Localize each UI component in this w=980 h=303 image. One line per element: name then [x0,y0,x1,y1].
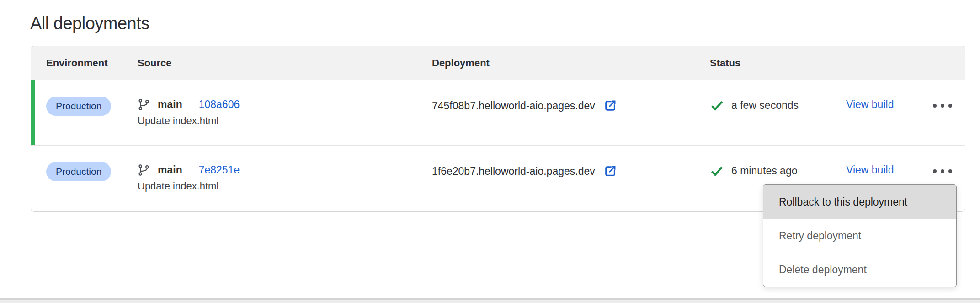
page-bottom-strip [0,300,980,303]
table-header-row: Environment Source Deployment Status [31,46,965,80]
git-branch-icon [138,98,150,111]
external-link-icon[interactable] [603,164,618,179]
branch-name: main [158,98,182,111]
check-icon [710,164,724,178]
column-header-environment: Environment [46,57,138,69]
column-header-status: Status [710,57,846,69]
deployment-context-menu: Rollback to this deployment Retry deploy… [763,184,957,287]
external-link-icon[interactable] [603,98,618,113]
ellipsis-icon [933,104,937,108]
status-text: a few seconds [731,99,799,112]
commit-link[interactable]: 7e8251e [199,164,240,176]
menu-item-delete[interactable]: Delete deployment [763,253,956,287]
view-build-link[interactable]: View build [846,98,894,110]
deployment-url: 1f6e20b7.helloworld-aio.pages.dev [432,165,595,178]
ellipsis-menu-button[interactable] [933,168,952,174]
check-icon [710,98,724,113]
commit-link[interactable]: 108a606 [199,98,240,111]
column-header-deployment: Deployment [432,57,710,69]
commit-message: Update index.html [138,180,432,192]
current-deployment-indicator [31,80,35,145]
status-text: 6 minutes ago [731,165,797,177]
deployment-url: 745f08b7.helloworld-aio.pages.dev [432,100,595,112]
environment-badge: Production [46,162,111,181]
column-header-source: Source [138,57,432,69]
ellipsis-icon [933,169,937,173]
table-row: Production main 108a606 Update index.htm… [31,80,965,146]
menu-item-retry[interactable]: Retry deployment [763,219,956,253]
git-branch-icon [138,164,150,176]
menu-item-rollback[interactable]: Rollback to this deployment [763,185,956,219]
page-title: All deployments [30,14,149,33]
branch-name: main [158,164,182,176]
environment-badge: Production [46,97,111,116]
commit-message: Update index.html [138,115,432,127]
view-build-link[interactable]: View build [846,164,894,176]
ellipsis-menu-button[interactable] [933,103,952,108]
